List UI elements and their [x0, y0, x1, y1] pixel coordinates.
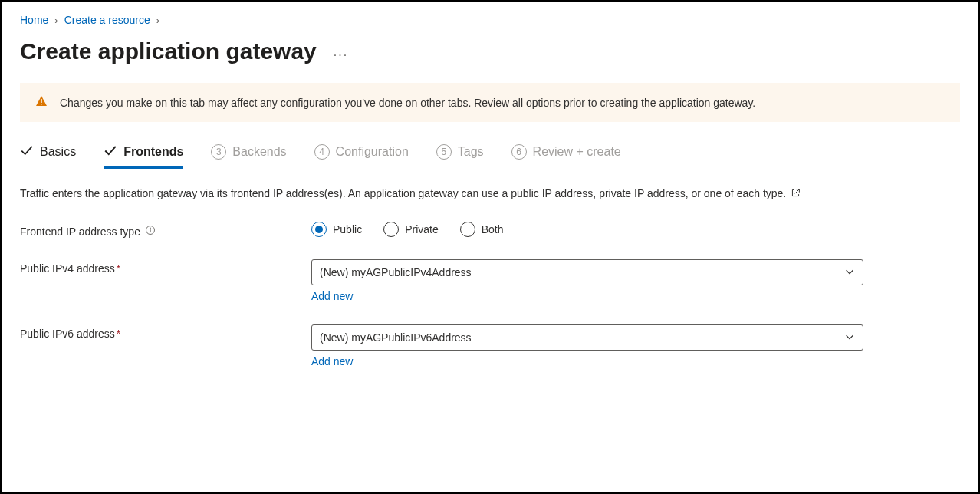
tab-review-create[interactable]: 6 Review + create: [511, 144, 621, 168]
check-icon: [20, 143, 34, 160]
tab-label: Backends: [232, 145, 286, 159]
step-number-icon: 4: [314, 144, 330, 160]
info-icon[interactable]: [145, 225, 156, 238]
page-actions-ellipsis[interactable]: ···: [334, 41, 348, 62]
radio-label: Private: [405, 223, 439, 235]
radio-icon: [460, 222, 475, 237]
learn-more-link[interactable]: [789, 187, 801, 199]
breadcrumb-separator: ›: [156, 15, 159, 26]
form-label-ipv6: Public IPv6 address*: [20, 324, 311, 340]
radio-group-ip-type: Public Private Both: [311, 222, 863, 237]
step-number-icon: 5: [436, 144, 452, 160]
radio-icon: [311, 222, 327, 237]
tab-description: Traffic enters the application gateway v…: [20, 186, 833, 202]
page-title-row: Create application gateway ···: [20, 38, 960, 64]
tab-backends[interactable]: 3 Backends: [211, 144, 286, 168]
tab-label: Review + create: [533, 145, 621, 159]
form-row-ipv4: Public IPv4 address* (New) myAGPublicIPv…: [20, 259, 960, 303]
step-number-icon: 6: [511, 144, 527, 160]
form-control-ip-type: Public Private Both: [311, 222, 863, 237]
ipv4-add-new-link[interactable]: Add new: [311, 290, 353, 302]
tab-configuration[interactable]: 4 Configuration: [314, 144, 409, 168]
radio-icon: [383, 222, 399, 237]
warning-icon: [35, 95, 48, 110]
label-text: Frontend IP address type: [20, 226, 140, 238]
ipv6-add-new-link[interactable]: Add new: [311, 355, 353, 367]
form-row-ip-type: Frontend IP address type Public Private: [20, 222, 960, 238]
form-row-ipv6: Public IPv6 address* (New) myAGPublicIPv…: [20, 324, 960, 368]
radio-private[interactable]: Private: [383, 222, 439, 237]
tab-tags[interactable]: 5 Tags: [436, 144, 484, 168]
svg-point-3: [150, 228, 151, 229]
tab-label: Basics: [40, 145, 76, 159]
tab-label: Frontends: [123, 145, 183, 159]
svg-rect-1: [41, 104, 41, 105]
breadcrumb-separator: ›: [54, 15, 58, 26]
ipv4-select[interactable]: (New) myAGPublicIPv4Address: [311, 259, 863, 285]
breadcrumb: Home › Create a resource ›: [20, 14, 960, 26]
tab-basics[interactable]: Basics: [20, 143, 76, 169]
radio-both[interactable]: Both: [460, 222, 504, 237]
label-text: Public IPv6 address*: [20, 328, 120, 340]
tab-label: Tags: [458, 145, 484, 159]
step-number-icon: 3: [211, 144, 226, 160]
ipv6-select[interactable]: (New) myAGPublicIPv6Address: [311, 324, 863, 351]
select-value: (New) myAGPublicIPv6Address: [320, 331, 472, 344]
check-icon: [104, 143, 117, 160]
svg-rect-0: [41, 99, 41, 103]
form-control-ipv6: (New) myAGPublicIPv6Address Add new: [311, 324, 863, 368]
select-value: (New) myAGPublicIPv4Address: [320, 266, 472, 278]
warning-message: Changes you make on this tab may affect …: [60, 97, 755, 109]
page-title: Create application gateway: [20, 38, 317, 64]
external-link-icon: [789, 187, 801, 199]
svg-rect-4: [150, 229, 150, 232]
chevron-down-icon: [844, 331, 855, 344]
label-text: Public IPv4 address*: [20, 262, 120, 275]
breadcrumb-home[interactable]: Home: [20, 14, 48, 26]
radio-label: Public: [333, 223, 362, 235]
breadcrumb-create-resource[interactable]: Create a resource: [64, 14, 150, 26]
tabs: Basics Frontends 3 Backends 4 Configurat…: [20, 143, 960, 169]
warning-bar: Changes you make on this tab may affect …: [20, 83, 960, 122]
form-label-ip-type: Frontend IP address type: [20, 222, 311, 238]
tab-label: Configuration: [336, 145, 409, 159]
form-label-ipv4: Public IPv4 address*: [20, 259, 311, 275]
radio-label: Both: [482, 223, 504, 235]
page-container: Home › Create a resource › Create applic…: [2, 5, 978, 408]
description-text: Traffic enters the application gateway v…: [20, 187, 786, 199]
form-control-ipv4: (New) myAGPublicIPv4Address Add new: [311, 259, 863, 303]
chevron-down-icon: [844, 266, 855, 279]
tab-frontends[interactable]: Frontends: [104, 143, 183, 169]
radio-public[interactable]: Public: [311, 222, 362, 237]
